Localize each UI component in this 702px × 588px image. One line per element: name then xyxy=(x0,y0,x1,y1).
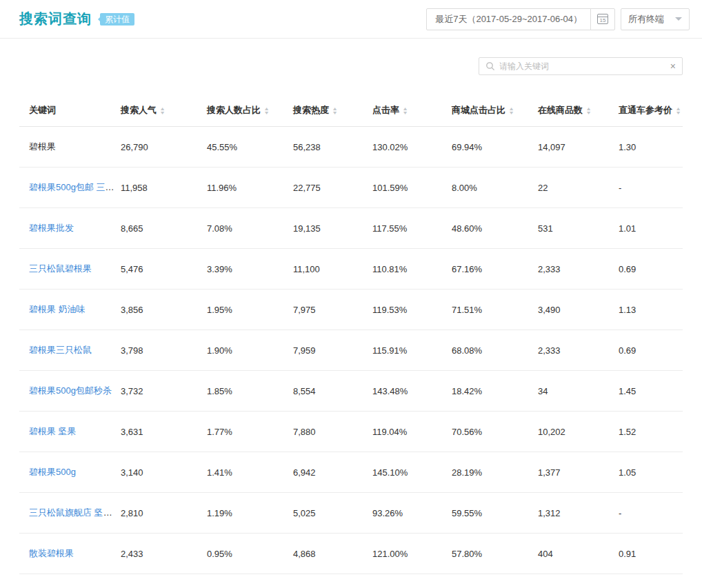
chevron-down-icon xyxy=(675,17,682,21)
sort-icon[interactable]: ▲▼ xyxy=(676,107,681,115)
cell-value: 3,732 xyxy=(121,371,207,412)
cell-value: 45.55% xyxy=(207,127,293,168)
sort-icon[interactable]: ▲▼ xyxy=(586,107,591,115)
keyword-cell: 散装碧根果 xyxy=(19,534,121,574)
keyword-link[interactable]: 碧根果 奶油味 xyxy=(29,304,86,314)
keyword-cell: 碧根果500g包邮 三只... xyxy=(19,168,121,208)
cell-value: - xyxy=(619,168,683,208)
cell-value: 117.55% xyxy=(372,208,452,249)
cell-value: 11,100 xyxy=(293,249,372,290)
keyword-link[interactable]: 碧根果500g xyxy=(29,467,76,477)
search-input[interactable] xyxy=(499,61,666,71)
cell-value: 1.85% xyxy=(207,371,293,412)
cell-value: 2,333 xyxy=(538,249,619,290)
cell-value: 8,554 xyxy=(293,371,372,412)
cell-value: 5,025 xyxy=(293,493,372,534)
cell-value: 68.08% xyxy=(452,330,538,371)
table-row: 碧根果500g包邮秒杀3,7321.85%8,554143.48%18.42%3… xyxy=(19,371,683,412)
cell-value: 18.42% xyxy=(452,371,538,412)
cell-value: 2,433 xyxy=(121,534,207,574)
table-row: 碧根果批发8,6657.08%19,135117.55%48.60%5311.0… xyxy=(19,208,683,249)
cell-value: 11.96% xyxy=(207,168,293,208)
table-body: 碧根果26,79045.55%56,238130.02%69.94%14,097… xyxy=(19,127,683,588)
table-row: 碧根果500g3,1401.41%6,942145.10%28.19%1,377… xyxy=(19,452,683,493)
keyword-text: 碧根果 xyxy=(29,141,56,152)
cell-value: 2,364 xyxy=(121,574,207,588)
cell-value: 7,975 xyxy=(293,290,372,330)
cell-value: 115.91% xyxy=(372,330,452,371)
table-row: 三只松鼠碧根果5,4763.39%11,100110.81%67.16%2,33… xyxy=(19,249,683,290)
cell-value: 1.77% xyxy=(207,412,293,452)
cell-value: 2,810 xyxy=(121,493,207,534)
cell-value: 8,665 xyxy=(121,208,207,249)
keyword-link[interactable]: 散装碧根果 xyxy=(29,548,74,558)
cell-value: 1.30 xyxy=(619,127,683,168)
cell-value: 1.41% xyxy=(207,452,293,493)
sort-icon[interactable]: ▲▼ xyxy=(403,107,408,115)
cell-value: 5,264 xyxy=(293,574,372,588)
cell-value: 1.05 xyxy=(619,452,683,493)
cell-value: 0.69 xyxy=(619,330,683,371)
keyword-cell: 三只松鼠碧根果 xyxy=(19,249,121,290)
column-header-keyword: 关键词 xyxy=(19,93,121,127)
table-row: 碧根果 500g2,3640.91%5,264125.97%18.99%1,37… xyxy=(19,574,683,588)
clear-icon[interactable]: × xyxy=(666,61,676,71)
column-header-online_products[interactable]: 在线商品数▲▼ xyxy=(538,93,619,127)
sort-icon[interactable]: ▲▼ xyxy=(509,107,514,115)
search-row: × xyxy=(0,57,702,75)
cell-value: 56,238 xyxy=(293,127,372,168)
column-header-search_popularity[interactable]: 搜索人气▲▼ xyxy=(121,93,207,127)
keyword-link[interactable]: 碧根果三只松鼠 xyxy=(29,345,92,355)
cell-value: 1,377 xyxy=(538,452,619,493)
cell-value: 1.45 xyxy=(619,371,683,412)
page-title: 搜索词查询 xyxy=(19,10,92,28)
column-header-search_share[interactable]: 搜索人数占比▲▼ xyxy=(207,93,293,127)
table-row: 碧根果 坚果3,6311.77%7,880119.04%70.56%10,202… xyxy=(19,412,683,452)
cell-value: 57.80% xyxy=(452,534,538,574)
column-header-ctr[interactable]: 点击率▲▼ xyxy=(372,93,452,127)
sort-icon[interactable]: ▲▼ xyxy=(160,107,165,115)
sort-icon[interactable]: ▲▼ xyxy=(332,107,337,115)
keyword-link[interactable]: 三只松鼠旗舰店 坚果 ... xyxy=(29,507,121,518)
cell-value: 3,490 xyxy=(538,290,619,330)
cell-value: 71.51% xyxy=(452,290,538,330)
table-head: 关键词搜索人气▲▼搜索人数占比▲▼搜索热度▲▼点击率▲▼商城点击占比▲▼在线商品… xyxy=(19,93,683,127)
cell-value: 8.00% xyxy=(452,168,538,208)
column-label: 关键词 xyxy=(29,105,56,115)
keyword-link[interactable]: 碧根果 坚果 xyxy=(29,426,77,436)
cell-value: 119.53% xyxy=(372,290,452,330)
keyword-cell: 碧根果 500g xyxy=(19,574,121,588)
keyword-cell: 碧根果500g xyxy=(19,452,121,493)
cell-value: 3,798 xyxy=(121,330,207,371)
terminal-dropdown[interactable]: 所有终端 xyxy=(621,8,690,30)
keyword-link[interactable]: 碧根果批发 xyxy=(29,223,74,233)
cell-value: 4,868 xyxy=(293,534,372,574)
calendar-button[interactable]: 15 xyxy=(590,8,615,30)
keyword-cell: 碧根果批发 xyxy=(19,208,121,249)
table-header-row: 关键词搜索人气▲▼搜索人数占比▲▼搜索热度▲▼点击率▲▼商城点击占比▲▼在线商品… xyxy=(19,93,683,127)
column-header-ztc_ref_price[interactable]: 直通车参考价▲▼ xyxy=(619,93,683,127)
cell-value: 143.48% xyxy=(372,371,452,412)
cell-value: 26,790 xyxy=(121,127,207,168)
column-label: 直通车参考价 xyxy=(619,105,672,115)
cell-value: 110.81% xyxy=(372,249,452,290)
cell-value: 101.59% xyxy=(372,168,452,208)
sort-icon[interactable]: ▲▼ xyxy=(264,107,269,115)
cell-value: 48.60% xyxy=(452,208,538,249)
column-header-search_heat[interactable]: 搜索热度▲▼ xyxy=(293,93,372,127)
cell-value: 7,880 xyxy=(293,412,372,452)
search-terms-table: 关键词搜索人气▲▼搜索人数占比▲▼搜索热度▲▼点击率▲▼商城点击占比▲▼在线商品… xyxy=(19,93,683,588)
column-header-mall_click_share[interactable]: 商城点击占比▲▼ xyxy=(452,93,538,127)
terminal-dropdown-label: 所有终端 xyxy=(628,13,664,26)
calendar-icon: 15 xyxy=(597,14,608,24)
cell-value: 0.91 xyxy=(619,534,683,574)
keyword-link[interactable]: 三只松鼠碧根果 xyxy=(29,263,92,274)
keyword-link[interactable]: 碧根果500g包邮秒杀 xyxy=(29,385,112,396)
cell-value: 18.99% xyxy=(452,574,538,588)
cell-value: 5,476 xyxy=(121,249,207,290)
table-row: 碧根果26,79045.55%56,238130.02%69.94%14,097… xyxy=(19,127,683,168)
keyword-link[interactable]: 碧根果500g包邮 三只... xyxy=(29,182,121,192)
date-range-selector[interactable]: 最近7天（2017-05-29~2017-06-04） xyxy=(426,8,591,30)
column-label: 搜索热度 xyxy=(293,105,329,115)
cell-value: 3,140 xyxy=(121,452,207,493)
